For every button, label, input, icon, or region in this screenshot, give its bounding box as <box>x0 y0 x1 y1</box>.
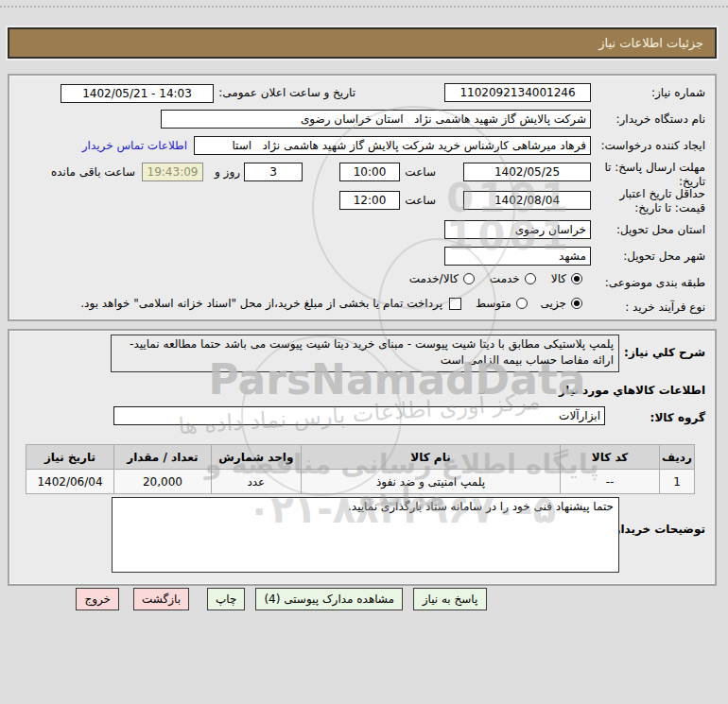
page-title: جزئیات اطلاعات نیاز <box>9 29 715 50</box>
purchase-type-label: نوع فرآیند خرید : <box>625 300 705 315</box>
purchase-type-options: جزییمتوسط <box>476 297 582 310</box>
buyer-contact-link[interactable]: اطلاعات تماس خریدار <box>82 139 187 152</box>
radio-label: خدمت <box>490 272 520 285</box>
goods-table-header-cell: واحد شمارش <box>211 445 301 470</box>
goods-info-title: اطلاعات کالاهاي مورد نیاز <box>559 384 705 398</box>
print-button[interactable]: چاپ <box>207 588 245 610</box>
request-creator-label: ایجاد کننده درخواست: <box>600 139 705 153</box>
radio-unselected[interactable] <box>463 273 475 284</box>
goods-table-header-cell: کد کالا <box>561 445 660 470</box>
general-desc-label: شرح کلي نیاز: <box>624 346 705 360</box>
radio-option: کالا/خدمت <box>409 272 475 285</box>
treasury-option: پرداخت تمام یا بخشی از مبلغ خرید،از محل … <box>80 297 461 310</box>
goods-table-header-row: ردیفکد کالانام کالاواحد شمارشتعداد / مقد… <box>26 445 695 470</box>
delivery-city-field[interactable]: مشهد <box>444 247 591 266</box>
action-buttons: پاسخ به نیازمشاهده مدارک پیوستی (4)چاپبا… <box>76 588 487 610</box>
back-button[interactable]: بازگشت <box>133 588 189 610</box>
goods-group-label: گروه کالا: <box>650 411 705 425</box>
radio-unselected[interactable] <box>516 298 528 309</box>
table-cell: عدد <box>211 470 301 494</box>
need-details-page: جزئیات اطلاعات نیاز شماره نیاز: 11020921… <box>0 0 728 704</box>
reply-deadline-label: مهلت ارسال پاسخ: تا تاریخ: <box>594 161 705 189</box>
radio-option: جزیی <box>541 297 582 310</box>
reply-deadline-date-field[interactable]: 1402/05/25 <box>463 163 591 181</box>
subject-class-label: طبقه بندی موضوعی: <box>605 276 705 290</box>
page-title-bar: جزئیات اطلاعات نیاز <box>8 27 717 59</box>
goods-table-body: 1--پلمپ امنیتی و ضد نفوذعدد20,0001402/06… <box>26 470 695 494</box>
general-desc-field[interactable]: پلمپ پلاستیکی مطابق با دیتا شیت پیوست - … <box>111 335 619 372</box>
countdown-timer: 19:43:09 <box>142 163 203 181</box>
request-creator-field[interactable]: فرهاد میرشاهی کارشناس خرید شرکت پالایش گ… <box>194 136 591 155</box>
table-cell: پلمپ امنیتی و ضد نفوذ <box>301 470 560 494</box>
goods-table-header-cell: تعداد / مقدار <box>113 445 211 470</box>
radio-label: کالا <box>551 272 566 285</box>
goods-table-header-cell: تاریخ نیاز <box>26 445 114 470</box>
treasury-checkbox[interactable] <box>449 298 461 310</box>
reply-deadline-time-field[interactable]: 10:00 <box>339 163 400 181</box>
buyer-org-field[interactable]: شرکت پالایش گاز شهید هاشمی نژاد استان خر… <box>161 110 591 129</box>
view-attachments-button[interactable]: مشاهده مدارک پیوستی (4) <box>255 588 403 610</box>
price-hour-label: ساعت <box>405 194 436 208</box>
radio-selected[interactable] <box>571 273 582 284</box>
goods-group-field[interactable]: ابزارآلات <box>113 406 605 425</box>
table-cell: 1 <box>660 470 695 494</box>
announce-datetime-label: تاریخ و ساعت اعلان عمومی: <box>218 86 355 100</box>
need-number-field[interactable]: 1102092134001246 <box>444 83 591 102</box>
table-cell: 1402/06/04 <box>26 470 114 494</box>
radio-option: متوسط <box>476 297 528 310</box>
announce-datetime-field[interactable]: 1402/05/21 - 14:03 <box>61 84 214 103</box>
hours-remaining-label: ساعت باقی مانده <box>51 165 135 180</box>
top-dotted-divider <box>0 6 728 8</box>
delivery-province-label: استان محل تحویل: <box>616 223 705 237</box>
goods-table-header-cell: ردیف <box>660 445 695 470</box>
table-cell: -- <box>561 470 660 494</box>
buyer-notes-field[interactable]: حتما پیشنهاد فنی خود را در سامانه ستاد ب… <box>112 497 619 573</box>
buyer-org-label: نام دستگاه خریدار: <box>616 112 706 127</box>
goods-table-header-cell: نام کالا <box>301 445 560 470</box>
table-cell: 20,000 <box>113 470 211 494</box>
subject-class-options: کالاخدمتکالا/خدمت <box>409 272 582 285</box>
need-number-label: شماره نیاز: <box>651 86 705 100</box>
radio-option: خدمت <box>490 272 536 285</box>
radio-label: کالا/خدمت <box>409 272 459 285</box>
goods-info-section: شرح کلي نیاز: پلمپ پلاستیکی مطابق با دیت… <box>8 329 717 586</box>
days-and-label: روز و <box>215 165 240 180</box>
price-validity-date-field[interactable]: 1402/08/04 <box>463 191 591 210</box>
remaining-days-field[interactable]: 3 <box>244 163 303 181</box>
delivery-province-field[interactable]: خراسان رضوی <box>444 220 591 239</box>
radio-selected[interactable] <box>571 298 582 309</box>
radio-label: جزیی <box>541 297 566 310</box>
reply-hour-label: ساعت <box>405 165 436 180</box>
buyer-notes-label: توضیحات خریدار: <box>610 523 705 537</box>
need-info-section: شماره نیاز: 1102092134001246 تاریخ و ساع… <box>8 74 717 321</box>
radio-option: کالا <box>551 272 582 285</box>
price-validity-time-field[interactable]: 12:00 <box>339 191 400 210</box>
radio-unselected[interactable] <box>525 273 536 284</box>
delivery-city-label: شهر محل تحویل: <box>623 249 705 264</box>
price-validity-label: حداقل تاریخ اعتبار قیمت: تا تاریخ: <box>594 187 705 215</box>
treasury-checkbox-label: پرداخت تمام یا بخشی از مبلغ خرید،از محل … <box>80 297 442 310</box>
goods-table: ردیفکد کالانام کالاواحد شمارشتعداد / مقد… <box>26 444 695 494</box>
reply-to-need-button[interactable]: پاسخ به نیاز <box>413 588 487 610</box>
exit-button[interactable]: خروج <box>76 588 119 610</box>
radio-label: متوسط <box>476 297 511 310</box>
table-row: 1--پلمپ امنیتی و ضد نفوذعدد20,0001402/06… <box>26 470 695 494</box>
